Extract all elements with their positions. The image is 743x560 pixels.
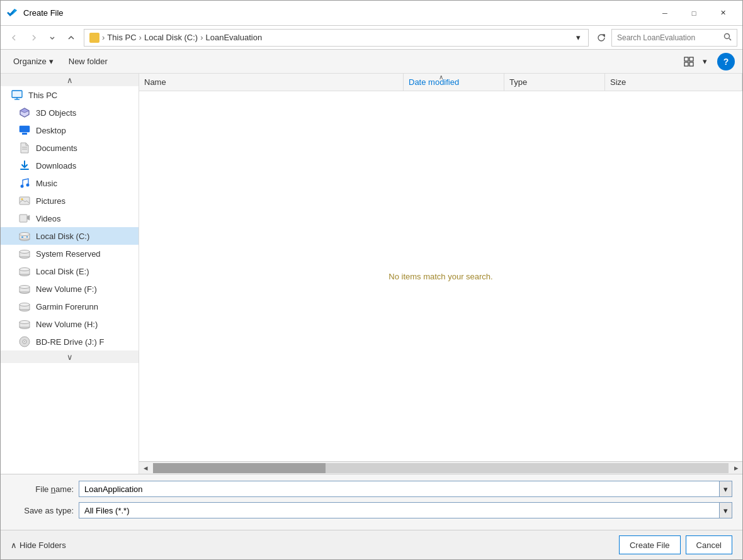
column-name-label: Name [144,77,166,87]
address-folder-icon [89,33,99,43]
videos-icon [18,212,31,225]
horizontal-scrollbar: ◂ ▸ [139,461,742,474]
sidebar-scroll-up[interactable]: ∧ [1,74,139,86]
sidebar-label-downloads: Downloads [36,161,76,171]
documents-icon [18,142,31,154]
sidebar-label-new-volume-f: New Volume (F:) [36,284,97,294]
savetype-input-wrapper: ▾ [79,502,732,518]
app-icon [6,7,18,20]
svg-point-16 [21,185,24,188]
sidebar-item-documents[interactable]: Documents [1,139,139,157]
empty-message: No items match your search. [389,272,492,281]
column-header-type[interactable]: Type [504,74,605,91]
column-header-name[interactable]: Name [139,74,404,91]
svg-rect-11 [20,126,30,132]
svg-point-37 [20,303,30,306]
organize-label: Organize [13,57,47,66]
sidebar-scroll-down[interactable]: ∨ [1,350,139,363]
column-header-size[interactable]: Size [605,74,742,91]
svg-point-40 [20,321,30,324]
create-file-dialog: Create File ─ □ ✕ › This PC › Local Disk [0,0,743,560]
sidebar-item-local-disk-e[interactable]: Local Disk (E:) [1,262,139,280]
svg-point-34 [20,286,30,289]
savetype-dropdown-arrow[interactable]: ▾ [719,503,732,518]
svg-rect-18 [20,197,30,204]
cancel-button[interactable]: Cancel [686,535,732,554]
sidebar-item-3d-objects[interactable]: 3D Objects [1,104,139,121]
filename-dropdown-arrow[interactable]: ▾ [719,481,732,496]
sidebar-item-garmin[interactable]: Garmin Forerunn [1,298,139,315]
sidebar-label-system-reserved: System Reserved [36,249,101,259]
sidebar-item-new-volume-h[interactable]: New Volume (H:) [1,315,139,333]
up-button[interactable] [62,29,80,47]
view-options-button[interactable] [680,53,698,70]
address-dropdown-button[interactable]: ▾ [573,33,583,43]
address-bar[interactable]: › This PC › Local Disk (C:) › LoanEvalua… [84,29,589,47]
close-button[interactable]: ✕ [708,4,737,23]
address-separator-1: › [102,33,105,42]
sidebar-item-videos[interactable]: Videos [1,210,139,227]
maximize-button[interactable]: □ [679,4,708,23]
music-icon [18,177,31,189]
minimize-button[interactable]: ─ [650,4,679,23]
scroll-thumb [153,463,326,473]
sidebar-item-music[interactable]: Music [1,174,139,192]
svg-rect-24 [21,237,23,238]
form-area: File name: ▾ Save as type: ▾ [1,474,742,530]
sidebar-item-downloads[interactable]: Downloads [1,157,139,174]
sidebar-item-system-reserved[interactable]: System Reserved [1,245,139,262]
scroll-left-button[interactable]: ◂ [139,462,152,474]
sidebar-label-new-volume-h: New Volume (H:) [36,320,98,329]
sidebar-item-desktop[interactable]: Desktop [1,121,139,139]
disk-e-icon [18,265,31,277]
svg-rect-6 [12,91,22,98]
hide-folders-arrow: ∧ [11,540,17,550]
filename-input-wrapper: ▾ [79,481,732,497]
view-dropdown-arrow: ▾ [703,57,707,66]
back-button[interactable] [6,29,23,47]
help-button[interactable]: ? [717,53,735,70]
sidebar-item-pictures[interactable]: Pictures [1,192,139,210]
computer-icon [11,89,23,101]
recent-locations-button[interactable] [43,29,61,47]
savetype-row: Save as type: ▾ [11,502,732,518]
file-list-body: No items match your search. [139,91,742,461]
scroll-track[interactable] [153,463,729,473]
search-button[interactable] [723,33,732,43]
sidebar-item-new-volume-f[interactable]: New Volume (F:) [1,280,139,298]
sidebar-item-this-pc[interactable]: This PC [1,86,139,104]
sidebar-label-local-disk-e: Local Disk (E:) [36,267,89,276]
sidebar-label-3d: 3D Objects [36,108,76,118]
nav-bar: › This PC › Local Disk (C:) › LoanEvalua… [1,26,742,50]
savetype-input[interactable] [79,503,719,518]
organize-arrow: ▾ [49,57,54,66]
scroll-up-arrow[interactable]: ∧ [436,74,446,81]
desktop-icon [18,124,31,137]
column-size-label: Size [610,77,626,87]
create-file-button[interactable]: Create File [619,535,681,554]
organize-button[interactable]: Organize ▾ [8,53,59,70]
svg-rect-4 [684,62,688,66]
svg-point-0 [725,33,730,38]
disk-system-icon [18,247,31,260]
forward-button[interactable] [25,29,42,47]
sidebar-item-local-disk-c[interactable]: Local Disk (C:) [1,227,139,245]
filename-input[interactable] [79,481,719,496]
window-controls: ─ □ ✕ [650,4,737,23]
file-list: ∧ Name Date modified Type Size No items … [139,74,742,474]
sidebar-label-documents: Documents [36,143,77,153]
scroll-right-button[interactable]: ▸ [730,462,742,474]
column-date-label: Date modified [409,77,459,87]
refresh-button[interactable] [593,29,610,47]
search-box [611,29,737,47]
column-type-label: Type [509,77,527,87]
new-folder-button[interactable]: New folder [64,53,113,70]
hide-folders-button[interactable]: ∧ Hide Folders [11,540,66,550]
sidebar-label-pictures: Pictures [36,196,65,206]
column-header-date[interactable]: Date modified [404,74,504,91]
svg-rect-12 [22,133,27,135]
svg-line-1 [729,38,731,40]
sidebar-item-bd-re[interactable]: BD-RE Drive (J:) F [1,333,139,350]
sidebar-label-desktop: Desktop [36,126,66,135]
search-input[interactable] [617,33,721,42]
